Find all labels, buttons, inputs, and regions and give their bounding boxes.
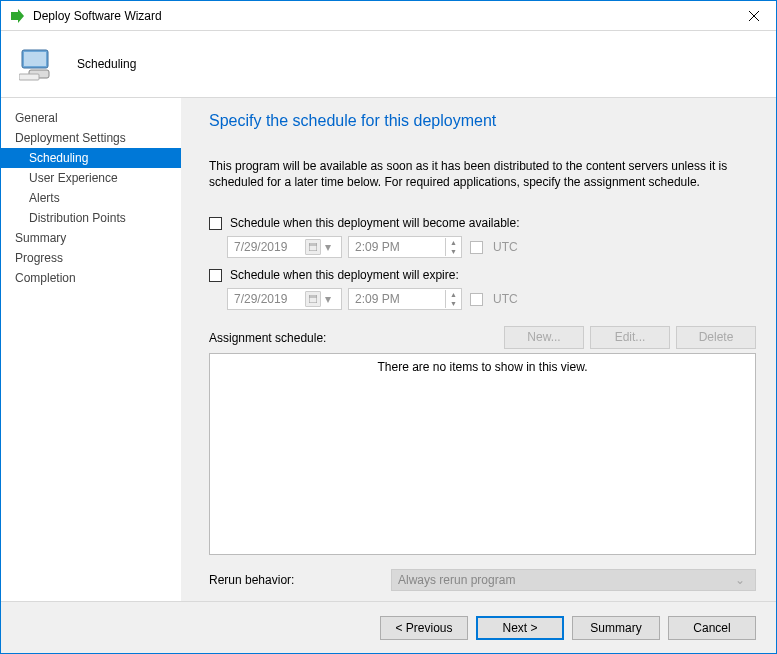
next-button[interactable]: Next > bbox=[476, 616, 564, 640]
spinner-buttons: ▲▼ bbox=[445, 238, 461, 256]
list-empty-text: There are no items to show in this view. bbox=[377, 360, 587, 374]
close-icon bbox=[749, 11, 759, 21]
schedule-available-row: Schedule when this deployment will becom… bbox=[209, 216, 756, 230]
assignment-schedule-label: Assignment schedule: bbox=[209, 331, 498, 345]
calendar-icon bbox=[305, 291, 321, 307]
summary-button[interactable]: Summary bbox=[572, 616, 660, 640]
wizard-footer: < Previous Next > Summary Cancel bbox=[1, 601, 776, 653]
chevron-down-icon: ▾ bbox=[321, 292, 335, 306]
available-utc-label: UTC bbox=[493, 240, 518, 254]
nav-item-summary[interactable]: Summary bbox=[1, 228, 181, 248]
available-date-value: 7/29/2019 bbox=[234, 240, 305, 254]
available-date-picker[interactable]: 7/29/2019 ▾ bbox=[227, 236, 342, 258]
previous-button[interactable]: < Previous bbox=[380, 616, 468, 640]
chevron-down-icon: ⌄ bbox=[731, 573, 749, 587]
available-time-value: 2:09 PM bbox=[355, 240, 445, 254]
expire-date-picker[interactable]: 7/29/2019 ▾ bbox=[227, 288, 342, 310]
chevron-down-icon: ▾ bbox=[321, 240, 335, 254]
window-title: Deploy Software Wizard bbox=[33, 9, 731, 23]
assignment-header-row: Assignment schedule: New... Edit... Dele… bbox=[209, 326, 756, 349]
schedule-expire-fields: 7/29/2019 ▾ 2:09 PM ▲▼ UTC bbox=[209, 288, 756, 310]
expire-date-value: 7/29/2019 bbox=[234, 292, 305, 306]
schedule-expire-checkbox[interactable] bbox=[209, 269, 222, 282]
rerun-combobox[interactable]: Always rerun program ⌄ bbox=[391, 569, 756, 591]
schedule-available-label: Schedule when this deployment will becom… bbox=[230, 216, 520, 230]
available-time-picker[interactable]: 2:09 PM ▲▼ bbox=[348, 236, 462, 258]
calendar-icon bbox=[305, 239, 321, 255]
main-panel: Specify the schedule for this deployment… bbox=[181, 98, 776, 601]
nav-item-distribution-points[interactable]: Distribution Points bbox=[1, 208, 181, 228]
svg-rect-9 bbox=[309, 295, 317, 303]
wizard-body: GeneralDeployment SettingsSchedulingUser… bbox=[1, 98, 776, 601]
schedule-available-fields: 7/29/2019 ▾ 2:09 PM ▲▼ UTC bbox=[209, 236, 756, 258]
info-text: This program will be available as soon a… bbox=[209, 158, 756, 190]
banner-title: Scheduling bbox=[77, 57, 136, 71]
page-heading: Specify the schedule for this deployment bbox=[209, 112, 756, 130]
available-utc-checkbox[interactable] bbox=[470, 241, 483, 254]
nav-sidebar: GeneralDeployment SettingsSchedulingUser… bbox=[1, 98, 181, 601]
svg-rect-4 bbox=[24, 52, 46, 66]
assignment-listbox[interactable]: There are no items to show in this view. bbox=[209, 353, 756, 555]
nav-item-general[interactable]: General bbox=[1, 108, 181, 128]
svg-rect-6 bbox=[19, 74, 39, 80]
schedule-available-checkbox[interactable] bbox=[209, 217, 222, 230]
new-button[interactable]: New... bbox=[504, 326, 584, 349]
expire-utc-label: UTC bbox=[493, 292, 518, 306]
nav-item-progress[interactable]: Progress bbox=[1, 248, 181, 268]
nav-item-alerts[interactable]: Alerts bbox=[1, 188, 181, 208]
nav-item-completion[interactable]: Completion bbox=[1, 268, 181, 288]
schedule-expire-label: Schedule when this deployment will expir… bbox=[230, 268, 459, 282]
spinner-buttons: ▲▼ bbox=[445, 290, 461, 308]
nav-item-deployment-settings[interactable]: Deployment Settings bbox=[1, 128, 181, 148]
rerun-value: Always rerun program bbox=[398, 573, 731, 587]
edit-button[interactable]: Edit... bbox=[590, 326, 670, 349]
expire-utc-checkbox[interactable] bbox=[470, 293, 483, 306]
wizard-banner: Scheduling bbox=[1, 31, 776, 98]
computer-icon bbox=[19, 44, 59, 84]
nav-item-scheduling[interactable]: Scheduling bbox=[1, 148, 181, 168]
cancel-button[interactable]: Cancel bbox=[668, 616, 756, 640]
wizard-icon bbox=[9, 8, 25, 24]
expire-time-picker[interactable]: 2:09 PM ▲▼ bbox=[348, 288, 462, 310]
svg-rect-7 bbox=[309, 243, 317, 251]
expire-time-value: 2:09 PM bbox=[355, 292, 445, 306]
rerun-row: Rerun behavior: Always rerun program ⌄ bbox=[209, 569, 756, 591]
nav-item-user-experience[interactable]: User Experience bbox=[1, 168, 181, 188]
svg-marker-0 bbox=[11, 9, 24, 23]
rerun-label: Rerun behavior: bbox=[209, 573, 391, 587]
close-button[interactable] bbox=[731, 1, 776, 30]
delete-button[interactable]: Delete bbox=[676, 326, 756, 349]
title-bar: Deploy Software Wizard bbox=[1, 1, 776, 31]
schedule-expire-row: Schedule when this deployment will expir… bbox=[209, 268, 756, 282]
